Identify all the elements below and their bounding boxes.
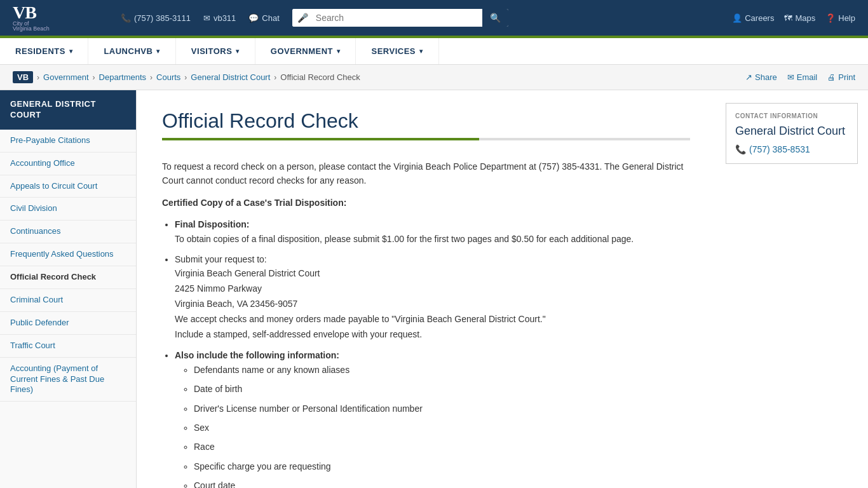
list-item: Civil Division [0,198,136,220]
sidebar-title: GENERAL DISTRICT COURT [0,90,136,130]
top-bar: VB City of Virginia Beach 📞 (757) 385-31… [0,0,868,36]
list-item-also-include: Also include the following information: … [175,348,690,488]
share-button[interactable]: ↗ Share [745,72,777,82]
bullet2-intro: Submit your request to: [175,254,267,264]
main-layout: GENERAL DISTRICT COURT Pre-Payable Citat… [0,90,868,488]
vb311-link[interactable]: ✉ vb311 [203,13,236,23]
list-item: Accounting (Payment of Current Fines & P… [0,358,136,402]
list-item: Frequently Asked Questions [0,243,136,266]
logo-vb: VB [13,4,36,22]
sidebar-item-criminal[interactable]: Criminal Court [0,289,136,312]
phone-icon: 📞 [121,13,131,23]
contact-phone-link[interactable]: 📞 (757) 385-8531 [735,144,848,154]
nav-launchvb[interactable]: LAUNCHVB ▾ [88,38,175,64]
breadcrumb-departments[interactable]: Departments [99,72,146,82]
list-item: Driver's License number or Personal Iden… [194,402,690,416]
breadcrumb-government[interactable]: Government [43,72,89,82]
sidebar-nav: Pre-Payable Citations Accounting Office … [0,130,136,402]
address-block: Virginia Beach General District Court 24… [175,266,690,342]
sidebar-item-traffic[interactable]: Traffic Court [0,335,136,358]
breadcrumb-courts[interactable]: Courts [156,72,180,82]
chat-link[interactable]: 💬 Chat [248,13,279,23]
email-icon: ✉ [203,13,210,23]
sub-items-list: Defendants name or any known aliases Dat… [194,363,690,488]
sidebar-item-record-check[interactable]: Official Record Check [0,266,136,289]
list-item: Public Defender [0,312,136,335]
top-links: 📞 (757) 385-3111 ✉ vb311 💬 Chat 🎤 🔍 [121,9,719,27]
search-input[interactable] [313,9,482,27]
list-item: Official Record Check [0,266,136,289]
address-line1: Virginia Beach General District Court [175,268,320,278]
print-button[interactable]: 🖨 Print [827,72,855,82]
main-list: Final Disposition: To obtain copies of a… [175,217,690,488]
breadcrumb-sep: › [37,73,39,82]
chat-icon: 💬 [248,13,259,23]
sidebar-item-faq[interactable]: Frequently Asked Questions [0,243,136,266]
help-icon: ❓ [825,13,836,23]
nav-residents[interactable]: RESIDENTS ▾ [0,38,88,64]
breadcrumb-actions: ↗ Share ✉ Email 🖨 Print [745,72,855,82]
bullet1-heading: Final Disposition: [175,219,249,229]
search-area: 🎤 🔍 [292,9,508,27]
sidebar-item-appeals[interactable]: Appeals to Circuit Court [0,175,136,198]
sidebar: GENERAL DISTRICT COURT Pre-Payable Citat… [0,90,137,488]
list-item: Traffic Court [0,335,136,358]
phone-link[interactable]: 📞 (757) 385-3111 [121,13,191,23]
breadcrumb-gdc[interactable]: General District Court [191,72,270,82]
chevron-down-icon: ▾ [156,48,160,55]
address-line2: 2425 Nimmo Parkway [175,283,262,294]
list-item: Appeals to Circuit Court [0,175,136,198]
share-icon: ↗ [745,72,752,82]
list-item-disposition: Final Disposition: To obtain copies of a… [175,217,690,246]
list-item-submit: Submit your request to: Virginia Beach G… [175,252,690,342]
search-button[interactable]: 🔍 [482,9,508,27]
sidebar-item-accounting[interactable]: Accounting Office [0,152,136,175]
content-area: Official Record Check To request a recor… [137,90,715,488]
contact-phone-number: (757) 385-8531 [749,144,810,154]
list-item: Race [194,440,690,454]
right-sidebar: CONTACT INFORMATION General District Cou… [715,90,868,488]
list-item: Sex [194,421,690,435]
bullet3-heading: Also include the following information: [175,350,339,360]
maps-link[interactable]: 🗺 Maps [784,13,815,23]
list-item: Continuances [0,220,136,243]
nav-government[interactable]: GOVERNMENT ▾ [255,38,356,64]
microphone-button[interactable]: 🎤 [292,9,313,27]
sidebar-item-civil[interactable]: Civil Division [0,198,136,220]
logo-name: Virginia Beach [13,25,50,32]
title-underline [162,138,690,140]
sidebar-item-accounting-fines[interactable]: Accounting (Payment of Current Fines & P… [0,358,136,402]
list-item: Pre-Payable Citations [0,130,136,152]
email-icon: ✉ [787,72,794,82]
list-item: Defendants name or any known aliases [194,363,690,377]
chevron-down-icon: ▾ [419,48,423,55]
chevron-down-icon: ▾ [337,48,341,55]
chevron-down-icon: ▾ [69,48,73,55]
maps-icon: 🗺 [784,13,792,23]
phone-number: (757) 385-3111 [134,13,191,23]
nav-services[interactable]: SERVICES ▾ [356,38,438,64]
list-item: Accounting Office [0,152,136,175]
breadcrumb-bar: VB › Government › Departments › Courts ›… [0,65,868,90]
contact-box: CONTACT INFORMATION General District Cou… [726,103,858,164]
list-item: Criminal Court [0,289,136,312]
list-item: Date of birth [194,382,690,396]
bullet1-text: To obtain copies of a final disposition,… [175,234,634,244]
careers-link[interactable]: 👤 Careers [732,13,774,23]
breadcrumb-current: Official Record Check [280,72,360,82]
email-button[interactable]: ✉ Email [787,72,818,82]
careers-icon: 👤 [732,13,742,23]
home-link[interactable]: VB [13,71,33,83]
address-note1: We accept checks and money orders made p… [175,314,546,324]
address-line3: Virginia Beach, VA 23456-9057 [175,299,297,309]
sidebar-item-continuances[interactable]: Continuances [0,220,136,243]
breadcrumb: VB › Government › Departments › Courts ›… [13,71,360,83]
sidebar-item-defender[interactable]: Public Defender [0,312,136,335]
vb-logo: VB City of Virginia Beach [13,4,50,32]
sidebar-item-prepayable[interactable]: Pre-Payable Citations [0,130,136,152]
help-link[interactable]: ❓ Help [825,13,855,23]
top-right-links: 👤 Careers 🗺 Maps ❓ Help [732,13,855,23]
list-item: Court date [194,478,690,488]
nav-visitors[interactable]: VISITORS ▾ [176,38,255,64]
chevron-down-icon: ▾ [236,48,240,55]
